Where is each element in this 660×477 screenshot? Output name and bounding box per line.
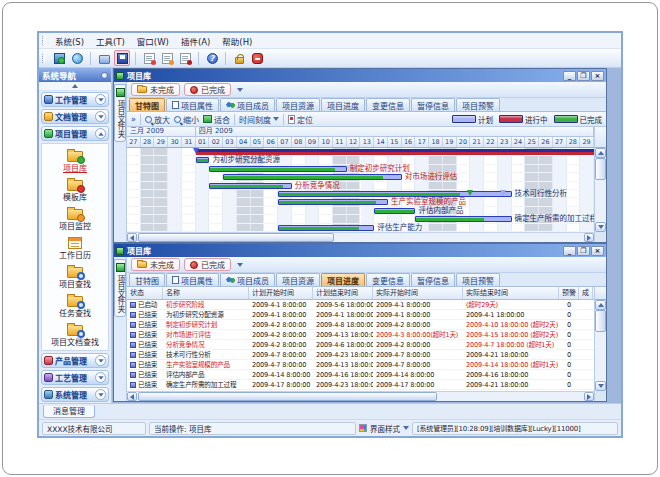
scrollbar-thumb[interactable] <box>138 392 437 401</box>
doc-edit-icon[interactable] <box>159 50 175 66</box>
tab-resources[interactable]: 项目资源 <box>276 98 320 111</box>
tab-members[interactable]: 项目成员 <box>220 98 275 111</box>
group-toggle-button[interactable] <box>95 111 106 122</box>
gantt-panel-titlebar[interactable]: 项目库 _ ❐ × <box>114 69 606 82</box>
gantt-bar[interactable] <box>278 225 374 231</box>
column-header[interactable]: 计划结束时间 <box>313 287 373 299</box>
tab-progress[interactable]: 项目进度 <box>321 98 365 111</box>
vertical-scrollbar[interactable] <box>594 127 606 242</box>
tab-members[interactable]: 项目成员 <box>220 273 275 286</box>
pin-icon[interactable] <box>101 72 108 79</box>
sidebar-group-product-mgmt[interactable]: 产品管理 <box>41 353 109 368</box>
exit-icon[interactable] <box>249 50 265 66</box>
restore-button[interactable]: ❐ <box>577 246 590 256</box>
table-row[interactable]: 已结束技术可行性分析2009-4-7 8:00:002009-4-23 18:0… <box>127 350 594 360</box>
timescale-dropdown[interactable]: 时间刻度 <box>239 114 279 125</box>
locate-button[interactable]: 定位 <box>288 114 313 125</box>
close-button[interactable]: × <box>591 71 604 81</box>
gantt-bar[interactable] <box>278 199 388 205</box>
menu-tools[interactable]: 工具(T) <box>90 34 131 48</box>
minimize-button[interactable]: _ <box>563 71 576 81</box>
sidebar-item-template-library[interactable]: 模板库 <box>63 176 87 202</box>
toolbar-overflow-button[interactable] <box>235 259 245 271</box>
sidebar-group-work-mgmt[interactable]: 工作管理 <box>41 92 109 107</box>
scroll-right-button[interactable] <box>584 392 594 401</box>
fit-button[interactable]: 适合 <box>203 114 230 125</box>
sidebar-item-project-monitor[interactable]: 项目监控 <box>59 205 91 231</box>
table-panel-titlebar[interactable]: 项目库 _ ❐ × <box>114 244 606 257</box>
sidebar-group-project-mgmt[interactable]: 项目管理 <box>41 126 109 141</box>
menu-window[interactable]: 窗口(W) <box>131 34 175 48</box>
column-header[interactable]: 实际开始时间 <box>373 287 463 299</box>
finished-filter-button[interactable]: 已完成 <box>184 83 231 96</box>
scrollbar-thumb[interactable] <box>138 233 334 242</box>
gantt-bar[interactable] <box>415 216 511 222</box>
folder-icon[interactable] <box>96 50 112 66</box>
tab-alerts[interactable]: 项目预警 <box>456 98 500 111</box>
tab-resources[interactable]: 项目资源 <box>276 273 320 286</box>
sidebar-item-work-calendar[interactable]: 工作日历 <box>59 234 91 260</box>
gantt-bar[interactable] <box>374 208 415 214</box>
minimize-button[interactable]: _ <box>563 246 576 256</box>
group-toggle-button[interactable] <box>95 372 106 383</box>
group-toggle-button[interactable] <box>95 389 106 400</box>
tab-progress[interactable]: 项目进度 <box>321 273 365 286</box>
doc-new-icon[interactable] <box>141 50 157 66</box>
scroll-left-button[interactable] <box>127 392 137 401</box>
table-row[interactable]: 已结束为初步研究分配资源2009-4-1 8:00:002009-4-1 18:… <box>127 310 594 320</box>
connect-icon[interactable] <box>51 50 67 66</box>
project-folder-side-tab[interactable]: 项目文件夹 <box>114 259 126 317</box>
scroll-left-button[interactable] <box>127 233 137 242</box>
sidebar-item-project-search[interactable]: 项目查找 <box>59 263 91 289</box>
gantt-bar[interactable] <box>209 183 291 189</box>
table-row[interactable]: 已结束生产实验室规模的产品2009-4-7 8:00:002009-4-13 1… <box>127 360 594 370</box>
tab-pauses[interactable]: 暂停信息 <box>411 273 455 286</box>
column-header[interactable]: 实际结束时间 <box>463 287 559 299</box>
sidebar-group-system-mgmt[interactable]: 系统管理 <box>41 387 109 402</box>
restore-button[interactable]: ❐ <box>577 71 590 81</box>
menu-help[interactable]: 帮助(H) <box>216 34 258 48</box>
close-button[interactable]: × <box>591 246 604 256</box>
table-row[interactable]: 已结束评估内部产品2009-4-14 8:00:002009-4-16 18:0… <box>127 370 594 380</box>
column-header[interactable]: 成 <box>579 287 593 299</box>
project-folder-side-tab[interactable]: 项目文件夹 <box>114 84 126 142</box>
tab-changes[interactable]: 变更信息 <box>366 273 410 286</box>
toolbar-overflow-button[interactable] <box>235 84 245 96</box>
tab-changes[interactable]: 变更信息 <box>366 98 410 111</box>
group-toggle-button[interactable] <box>95 355 106 366</box>
table-row[interactable]: 已结束制定初步研究计划2009-4-2 8:00:002009-4-8 18:0… <box>127 320 594 330</box>
sidebar-item-task-search[interactable]: 任务查找 <box>59 292 91 318</box>
column-header[interactable]: 名称 <box>163 287 249 299</box>
table-row[interactable]: 已启动初步研究阶段2009-4-1 8:00:002009-5-6 18:00:… <box>127 300 594 310</box>
sidebar-group-doc-mgmt[interactable]: 文档管理 <box>41 109 109 124</box>
tab-pauses[interactable]: 暂停信息 <box>411 98 455 111</box>
globe-icon[interactable] <box>69 50 85 66</box>
overflow-chevron[interactable]: » <box>131 115 136 124</box>
scroll-down-button[interactable] <box>595 222 606 232</box>
group-toggle-button[interactable] <box>95 94 106 105</box>
table-row[interactable]: 已结束对市场进行评估2009-4-2 8:00:002009-4-13 18:0… <box>127 330 594 340</box>
unfinished-filter-button[interactable]: 未完成 <box>131 258 180 271</box>
sidebar-item-project-library[interactable]: 项目库 <box>63 147 87 173</box>
tab-gantt[interactable]: 甘特图 <box>129 273 165 286</box>
lock-icon[interactable] <box>231 50 247 66</box>
sidebar-group-craft-mgmt[interactable]: 工艺管理 <box>41 370 109 385</box>
table-row[interactable]: 已结束分析竞争情况2009-4-2 8:00:002009-4-6 18:00:… <box>127 340 594 350</box>
horizontal-scrollbar[interactable] <box>127 232 594 242</box>
vertical-scrollbar[interactable] <box>594 287 606 401</box>
unfinished-filter-button[interactable]: 未完成 <box>131 83 180 96</box>
scroll-down-button[interactable] <box>595 381 606 391</box>
scroll-up-button[interactable] <box>595 148 606 158</box>
menu-plugins[interactable]: 插件(A) <box>175 34 216 48</box>
save-icon[interactable] <box>114 50 130 66</box>
group-toggle-button[interactable] <box>95 128 106 139</box>
menu-system[interactable]: 系统(S) <box>49 34 90 48</box>
column-header[interactable]: 状态 <box>127 287 163 299</box>
gantt-bar[interactable] <box>209 166 346 172</box>
tab-gantt[interactable]: 甘特图 <box>129 98 165 111</box>
doc-delete-icon[interactable] <box>177 50 193 66</box>
sidebar-collapse-button[interactable] <box>39 82 111 91</box>
column-header[interactable]: 计划开始时间 <box>249 287 313 299</box>
scrollbar-thumb[interactable] <box>595 310 606 332</box>
tab-properties[interactable]: 项目属性 <box>166 98 219 111</box>
